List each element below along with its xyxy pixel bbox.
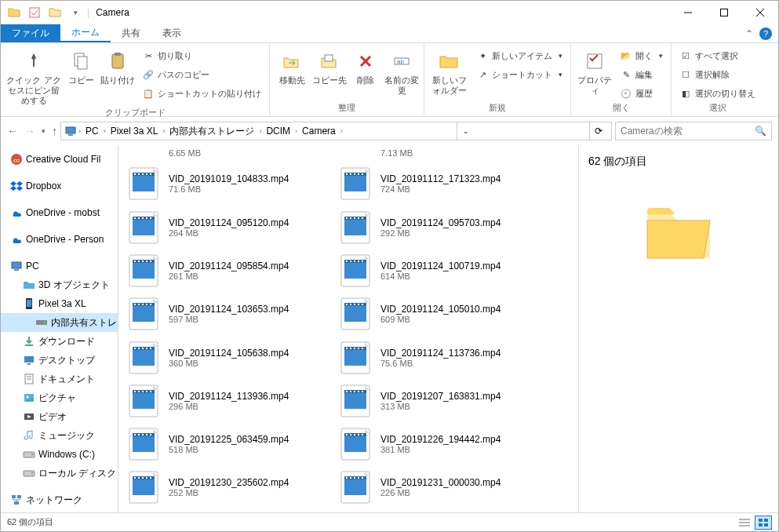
tree-item[interactable]: 内部共有ストレ (1, 313, 118, 332)
edit-button[interactable]: ✎ 編集 (617, 66, 666, 83)
copy-button[interactable]: コピー (65, 46, 96, 86)
svg-rect-63 (133, 306, 155, 322)
tree-item[interactable]: ビデオ (1, 407, 118, 426)
navigation-pane[interactable]: ccCreative Cloud FilDropboxOneDrive - mo… (1, 145, 118, 512)
tab-share[interactable]: 共有 (111, 24, 151, 42)
close-button[interactable] (742, 1, 778, 24)
svg-rect-98 (138, 477, 140, 479)
network-icon (10, 494, 23, 506)
tab-file[interactable]: ファイル (1, 24, 60, 42)
forward-button[interactable]: → (24, 125, 35, 137)
qat-properties-icon[interactable] (26, 4, 43, 21)
tree-item[interactable]: Dropbox (1, 177, 118, 195)
tree-item[interactable]: ダウンロード (1, 332, 118, 351)
invert-selection-button[interactable]: ◧ 選択の切り替え (676, 85, 759, 102)
file-item[interactable]: VID_20191124_105638.mp4360 MB (125, 336, 313, 379)
tree-item[interactable]: ピクチャ (1, 388, 118, 407)
file-name: VID_20191124_100719.mp4 (380, 261, 501, 271)
address-bar[interactable]: › PC › Pixel 3a XL › 内部共有ストレージ › DCIM › … (60, 122, 612, 140)
file-item[interactable]: VID_20191124_095703.mp4292 MB (337, 206, 525, 249)
delete-button[interactable]: 削除 (350, 46, 381, 86)
copy-to-button[interactable]: コピー先 (312, 46, 347, 86)
qat-folder-icon[interactable] (46, 4, 64, 21)
breadcrumb-camera[interactable]: Camera (299, 126, 339, 137)
tree-item[interactable]: デスクトップ (1, 351, 118, 370)
tree-item[interactable]: ローカル ディスク (D (1, 464, 118, 483)
svg-rect-52 (146, 217, 147, 219)
breadcrumb-pc[interactable]: PC (82, 126, 102, 137)
tree-item[interactable]: OneDrive - Person (1, 230, 118, 249)
properties-button[interactable]: プロパティ (576, 46, 613, 96)
up-button[interactable]: ↑ (52, 125, 57, 137)
file-item[interactable]: VID_20191124_095854.mp4261 MB (125, 249, 313, 292)
file-list[interactable]: 6.65 MB VID_20191019_104833.mp471.6 MBVI… (118, 145, 578, 512)
refresh-button[interactable]: ⟳ (589, 122, 608, 140)
recent-dropdown[interactable]: ▾ (42, 127, 46, 135)
back-button[interactable]: ← (7, 125, 18, 137)
tab-home[interactable]: ホーム (60, 24, 111, 42)
tiles-view-button[interactable] (755, 516, 772, 530)
video-file-icon (337, 165, 374, 202)
pin-button[interactable]: クイック アクセスにピン留めする (5, 46, 62, 107)
help-icon[interactable]: ? (759, 27, 772, 40)
breadcrumb-storage[interactable]: 内部共有ストレージ (166, 125, 257, 138)
tree-item[interactable]: ミュージック (1, 426, 118, 445)
select-none-button[interactable]: ☐ 選択解除 (676, 66, 759, 83)
tree-item[interactable]: ドキュメント (1, 370, 118, 388)
select-all-button[interactable]: ☑ すべて選択 (676, 47, 759, 64)
rename-button[interactable]: ab 名前の変更 (384, 46, 419, 96)
file-item[interactable]: VID_20191124_100719.mp4614 MB (337, 249, 525, 292)
tree-item[interactable]: OneDrive - mobst (1, 203, 118, 222)
easy-access-button[interactable]: ↗ ショートカット▾ (473, 66, 566, 83)
open-button[interactable]: 📂 開く▾ (617, 47, 666, 64)
tab-view[interactable]: 表示 (151, 24, 192, 42)
file-item[interactable]: VID_20191112_171323.mp4724 MB (337, 162, 525, 206)
file-item[interactable]: VID_20191225_063459.mp4518 MB (125, 422, 313, 465)
cut-button[interactable]: ✂ 切り取り (139, 47, 264, 64)
file-item[interactable]: VID_20191124_103653.mp4597 MB (125, 293, 313, 336)
file-item[interactable]: VID_20191230_235602.mp4252 MB (125, 466, 313, 509)
scissors-icon: ✂ (142, 49, 155, 62)
search-input[interactable] (621, 126, 755, 137)
file-item[interactable]: VID_20191124_105010.mp4609 MB (337, 293, 525, 336)
file-item[interactable]: VID_20191231_000030.mp4226 MB (337, 466, 525, 509)
video-file-icon (125, 165, 162, 202)
copy-path-button[interactable]: 🔗 パスのコピー (139, 66, 264, 83)
tree-item[interactable]: Windows (C:) (1, 445, 118, 464)
maximize-button[interactable] (706, 1, 742, 24)
file-item[interactable]: VID_20191207_163831.mp4313 MB (337, 379, 525, 422)
tree-item[interactable]: ccCreative Cloud Fil (1, 150, 118, 169)
address-dropdown[interactable]: ⌄ (457, 122, 475, 140)
details-view-button[interactable] (736, 516, 753, 530)
tree-item[interactable]: Pixel 3a XL (1, 294, 118, 313)
breadcrumb-dcim[interactable]: DCIM (263, 126, 293, 137)
svg-rect-83 (142, 391, 144, 392)
history-button[interactable]: 🕘 履歴 (617, 85, 666, 102)
qat-dropdown-icon[interactable]: ▾ (67, 4, 84, 21)
file-item[interactable]: VID_20191124_095120.mp4264 MB (125, 206, 313, 249)
paste-button[interactable]: 貼り付け (100, 46, 136, 86)
svg-point-22 (44, 322, 46, 323)
pc-icon (10, 260, 23, 272)
file-item[interactable]: VID_20191226_194442.mp4381 MB (337, 422, 525, 465)
breadcrumb-device[interactable]: Pixel 3a XL (107, 126, 162, 137)
file-item[interactable]: VID_20191124_113936.mp4296 MB (125, 379, 313, 422)
file-item[interactable]: VID_20191124_113736.mp475.6 MB (337, 336, 525, 379)
tree-item[interactable]: 3D オブジェクト (1, 275, 118, 294)
paste-shortcut-button[interactable]: 📋 ショートカットの貼り付け (139, 85, 264, 102)
file-item[interactable]: VID_20191019_104833.mp471.6 MB (125, 162, 313, 206)
tree-item[interactable]: PC (1, 257, 118, 275)
search-icon[interactable]: 🔍 (755, 126, 766, 137)
svg-rect-51 (142, 217, 144, 219)
svg-rect-97 (134, 477, 136, 479)
minimize-button[interactable] (670, 1, 706, 24)
svg-rect-114 (350, 217, 351, 219)
new-item-button[interactable]: ✦ 新しいアイテム▾ (473, 47, 566, 64)
tree-item[interactable]: ネットワーク (1, 490, 118, 509)
file-name: VID_20191124_103653.mp4 (169, 304, 289, 315)
svg-rect-20 (27, 300, 31, 307)
ribbon-collapse-icon[interactable]: ⌃ (745, 28, 753, 39)
search-box[interactable]: 🔍 (615, 122, 772, 140)
move-to-button[interactable]: 移動先 (275, 46, 309, 86)
new-folder-button[interactable]: 新しいフォルダー (429, 46, 470, 96)
